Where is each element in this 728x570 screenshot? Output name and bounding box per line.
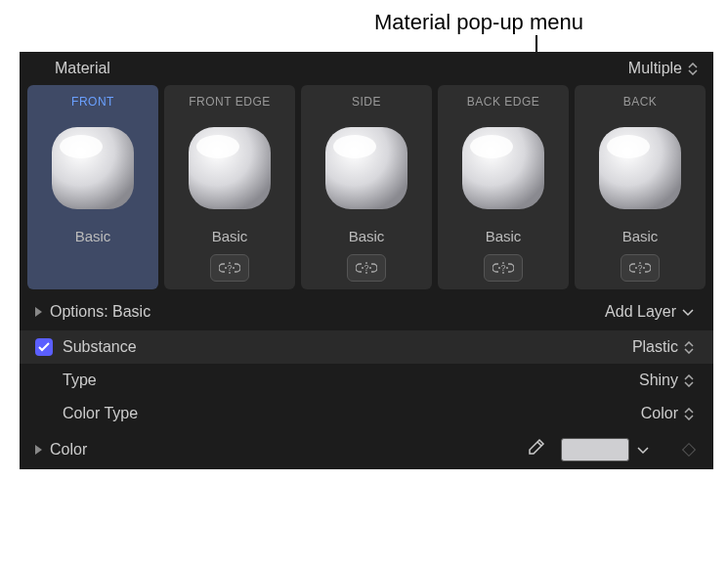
link-toggle-button[interactable]: ? [621,254,660,282]
disclosure-triangle-icon [35,445,42,455]
svg-text:?: ? [227,263,232,273]
chevron-down-icon[interactable] [637,441,649,459]
material-preview-icon [315,116,418,220]
facet-header: BACK [623,95,658,109]
svg-text:?: ? [364,263,368,273]
facet-label: Basic [75,228,111,244]
material-popup-value: Multiple [628,60,682,77]
material-preview-icon [588,116,692,220]
facet-front-edge[interactable]: FRONT EDGEBasic? [164,85,295,289]
facet-front[interactable]: FRONTBasic [27,85,158,289]
disclosure-triangle-icon [35,307,42,317]
svg-point-6 [333,135,376,158]
color-label: Color [50,441,87,459]
substance-row: Substance Plastic [20,330,713,364]
facet-header: FRONT [71,95,114,109]
annotation-text: Material pop-up menu [374,10,583,34]
material-preview-icon [178,116,281,220]
facet-label: Basic [622,228,659,244]
facet-header: FRONT EDGE [189,95,270,109]
substance-value: Plastic [632,338,678,356]
color-disclosure-group[interactable]: Color [35,441,87,459]
keyframe-diamond-icon[interactable] [682,443,696,457]
color-well[interactable] [561,438,629,461]
eyedropper-button[interactable] [526,438,545,461]
svg-point-12 [607,135,650,158]
material-preview-icon [41,116,145,220]
type-value: Shiny [639,372,678,389]
facet-side[interactable]: SIDEBasic? [301,85,432,289]
options-row: Options: Basic Add Layer [20,293,713,330]
facet-back-edge[interactable]: BACK EDGEBasic? [438,85,569,289]
annotation-callout: Material pop-up menu [0,10,728,35]
color-type-value: Color [641,405,678,422]
facet-header: SIDE [352,95,381,109]
popup-arrows-icon [688,63,698,75]
material-inspector-panel: Material Multiple FRONTBasicFRONT EDGEBa… [20,52,713,469]
color-type-label: Color Type [63,405,138,422]
chevron-down-icon [682,303,694,321]
material-popup-menu[interactable]: Multiple [628,60,698,77]
substance-popup[interactable]: Plastic [632,338,694,356]
material-preview-icon [451,116,555,220]
link-toggle-button[interactable]: ? [210,254,249,282]
facet-back[interactable]: BACKBasic? [575,85,706,289]
link-toggle-button[interactable]: ? [347,254,386,282]
material-facets-row: FRONTBasicFRONT EDGEBasic?SIDEBasic?BACK… [20,85,713,293]
color-type-row: Color Type Color [20,397,713,430]
options-label: Options: Basic [50,303,150,321]
type-popup[interactable]: Shiny [639,372,694,389]
type-row: Type Shiny [20,364,713,397]
svg-point-9 [470,135,513,158]
material-title: Material [55,60,110,77]
facet-header: BACK EDGE [467,95,540,109]
substance-checkbox[interactable] [35,338,53,356]
facet-label: Basic [349,228,385,244]
type-label: Type [63,372,97,389]
material-header: Material Multiple [20,52,713,85]
options-disclosure-group[interactable]: Options: Basic [35,303,150,321]
add-layer-label: Add Layer [605,303,676,321]
color-type-popup[interactable]: Color [641,405,694,422]
color-row: Color [20,430,713,469]
popup-arrows-icon [684,374,694,387]
facet-label: Basic [212,228,248,244]
facet-label: Basic [486,228,522,244]
popup-arrows-icon [684,341,694,354]
svg-text:?: ? [637,263,642,273]
add-layer-button[interactable]: Add Layer [605,303,694,321]
link-toggle-button[interactable]: ? [484,254,523,282]
popup-arrows-icon [684,408,694,420]
substance-label: Substance [63,338,137,356]
svg-point-3 [196,135,239,158]
svg-text:?: ? [500,263,505,273]
svg-point-1 [60,135,103,158]
